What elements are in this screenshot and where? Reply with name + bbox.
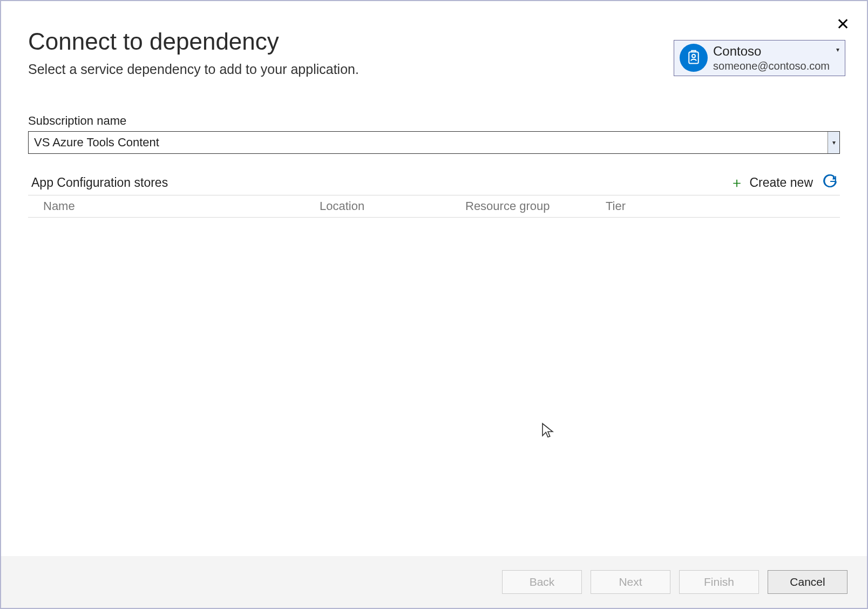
page-title: Connect to dependency — [28, 28, 674, 55]
dialog-content: ✕ Connect to dependency Select a service… — [1, 1, 867, 556]
next-button[interactable]: Next — [591, 570, 670, 594]
account-selector[interactable]: Contoso someone@contoso.com ▾ — [674, 40, 845, 76]
subscription-label: Subscription name — [28, 114, 840, 128]
list-header-row: App Configuration stores ＋ Create new — [28, 174, 840, 191]
subscription-input[interactable] — [29, 132, 828, 153]
account-text: Contoso someone@contoso.com — [713, 44, 830, 72]
cancel-button[interactable]: Cancel — [768, 570, 847, 594]
col-name[interactable]: Name — [28, 199, 320, 213]
col-resource-group[interactable]: Resource group — [465, 199, 606, 213]
header-row: Connect to dependency Select a service d… — [28, 28, 840, 77]
create-new-button[interactable]: ＋ Create new — [730, 175, 813, 190]
close-button[interactable]: ✕ — [836, 16, 850, 32]
back-button[interactable]: Back — [502, 570, 582, 594]
create-new-label: Create new — [749, 175, 813, 190]
table-header: Name Location Resource group Tier — [28, 195, 840, 218]
refresh-button[interactable] — [823, 174, 837, 191]
badge-icon — [686, 49, 702, 67]
page-subtitle: Select a service dependency to add to yo… — [28, 62, 674, 77]
close-icon: ✕ — [836, 15, 850, 33]
subscription-select[interactable]: ▾ — [28, 131, 840, 154]
account-email: someone@contoso.com — [713, 59, 830, 72]
chevron-down-icon: ▾ — [835, 46, 839, 53]
account-name: Contoso — [713, 44, 830, 59]
cursor-icon — [541, 422, 555, 441]
avatar — [680, 44, 708, 72]
dialog-footer: Back Next Finish Cancel — [1, 556, 867, 608]
svg-point-1 — [692, 55, 695, 58]
col-tier[interactable]: Tier — [606, 199, 714, 213]
list-actions: ＋ Create new — [730, 174, 837, 191]
stores-table: Name Location Resource group Tier — [28, 195, 840, 218]
finish-button[interactable]: Finish — [679, 570, 759, 594]
title-block: Connect to dependency Select a service d… — [28, 28, 674, 77]
col-location[interactable]: Location — [320, 199, 465, 213]
chevron-down-icon[interactable]: ▾ — [828, 132, 839, 153]
refresh-icon — [823, 181, 837, 190]
plus-icon: ＋ — [730, 175, 744, 190]
list-title: App Configuration stores — [31, 175, 168, 190]
